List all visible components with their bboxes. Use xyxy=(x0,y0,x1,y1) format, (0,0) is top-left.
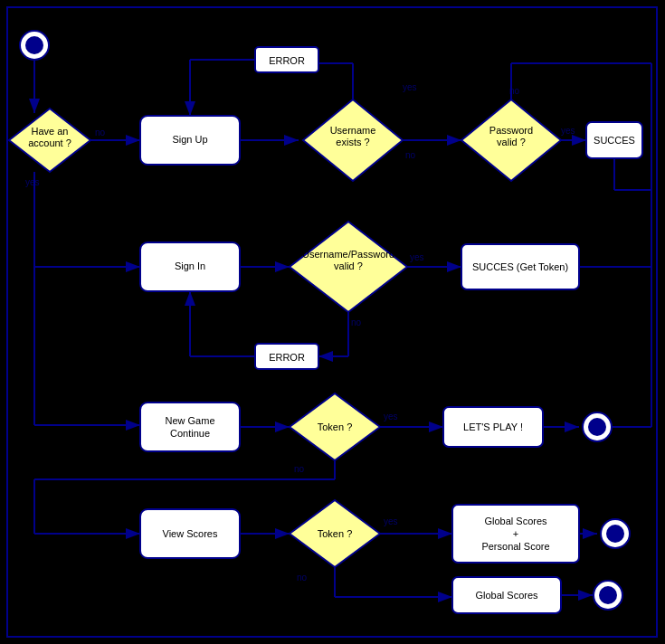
new-game-label: New Game xyxy=(165,415,214,426)
plus-label: + xyxy=(513,528,518,539)
token2-no-label: no xyxy=(297,573,308,582)
start-circle-fill xyxy=(25,36,43,54)
have-account-no-label: no xyxy=(95,128,106,137)
token2-label: Token ? xyxy=(318,528,353,539)
error-top-label: ERROR xyxy=(269,55,305,66)
view-scores-label: View Scores xyxy=(163,528,218,539)
username-no-label: no xyxy=(405,150,416,160)
continue-label: Continue xyxy=(170,428,210,439)
succes-top-label: SUCCES xyxy=(594,135,635,146)
up-valid-yes-label: yes xyxy=(410,252,424,262)
up-valid-no-label: no xyxy=(351,317,362,327)
token1-yes-label: yes xyxy=(384,412,398,421)
password-yes-label: yes xyxy=(561,126,575,136)
username-exists-label: Username xyxy=(330,125,376,136)
password-valid-label2: valid ? xyxy=(497,137,526,147)
end-circle-1-fill xyxy=(588,418,606,436)
lets-play-label: LET'S PLAY ! xyxy=(463,421,523,432)
global-scores-only-label: Global Scores xyxy=(475,590,538,601)
end-circle-2-fill xyxy=(606,525,624,543)
up-valid-label: Username/Password xyxy=(302,249,394,260)
end-circle-3-fill xyxy=(599,586,617,604)
username-exists-label2: exists ? xyxy=(336,137,369,147)
up-valid-label2: valid ? xyxy=(334,260,363,271)
have-account-label: Have an xyxy=(32,126,69,137)
succes-get-token-label: SUCCES (Get Token) xyxy=(472,261,568,272)
personal-score-label: Personal Score xyxy=(481,541,549,552)
password-valid-label: Password xyxy=(489,125,533,136)
username-yes-label: yes xyxy=(403,82,417,92)
have-account-label2: account ? xyxy=(28,137,71,148)
token1-label: Token ? xyxy=(318,421,353,432)
token1-no-label: no xyxy=(294,464,305,474)
sign-in-label: Sign In xyxy=(175,260,205,271)
global-scores-plus-label: Global Scores xyxy=(484,516,547,526)
have-account-yes-label: yes xyxy=(25,177,40,187)
token2-yes-label: yes xyxy=(384,516,398,526)
error-mid-label: ERROR xyxy=(269,352,305,363)
sign-up-label: Sign Up xyxy=(172,134,207,145)
new-game-box xyxy=(140,402,240,451)
